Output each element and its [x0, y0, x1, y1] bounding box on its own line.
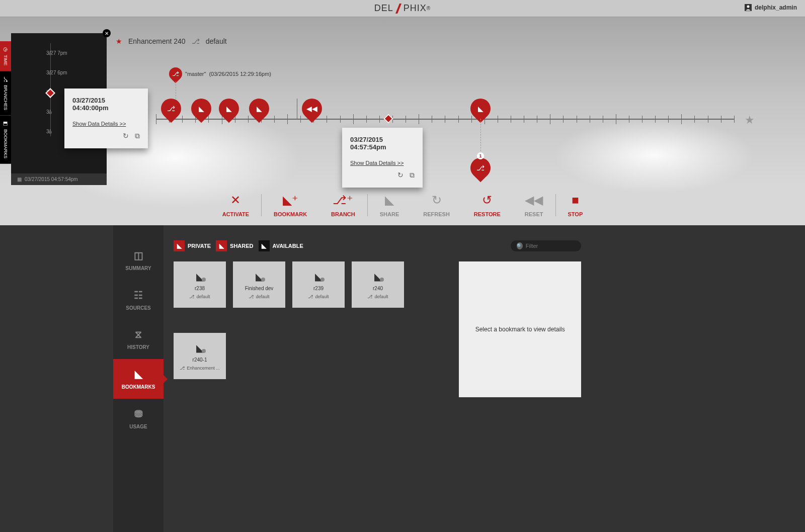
sidebar-item-sources[interactable]: ☷ SOURCES — [113, 280, 164, 320]
brand-right: PHIX — [404, 3, 427, 14]
reset-button[interactable]: ◀◀ RESET — [513, 193, 555, 217]
cloud-decoration — [553, 118, 755, 193]
action-label: RESTORE — [474, 211, 501, 217]
branch-icon: ⎇ — [308, 294, 313, 299]
filter-label: SHARED — [230, 243, 253, 249]
bookmark-branch: ⎇default — [308, 294, 329, 299]
branch-origin-name: "master" — [185, 71, 206, 77]
action-label: REFRESH — [423, 211, 450, 217]
timeline-area: ◷ TIME ⎇ BRANCHES ◧ BOOKMARKS ✕ 3/27 7pm… — [0, 17, 805, 185]
bookmark-card[interactable]: ◣ r240 ⎇default — [352, 261, 404, 308]
sidebar-item-label: USAGE — [129, 424, 147, 429]
selected-time: 03/27/2015 04:57:54pm — [25, 176, 78, 182]
bookmark-icon: ◣ — [257, 105, 262, 113]
refresh-icon[interactable]: ↻ — [123, 132, 129, 140]
side-tabs: ◷ TIME ⎇ BRANCHES ◧ BOOKMARKS — [0, 41, 11, 164]
bookmark-icon: ◣ — [256, 271, 263, 283]
filter-search[interactable]: 🔍 — [511, 240, 581, 251]
branch-icon: ⎇ — [189, 294, 194, 299]
action-label: ACTIVATE — [222, 211, 249, 217]
sidebar-item-summary[interactable]: ◫ SUMMARY — [113, 240, 164, 280]
hourglass-icon: ⧖ — [135, 329, 142, 340]
side-tab-bookmarks[interactable]: ◧ BOOKMARKS — [0, 116, 11, 164]
bookmark-add-icon[interactable]: ⧉ — [410, 171, 415, 180]
side-tab-label: BOOKMARKS — [3, 129, 8, 158]
bookmark-add-icon[interactable]: ⧉ — [135, 132, 140, 140]
bookmark-add-icon: ◣⁺ — [283, 193, 298, 207]
bookmark-branch: ⎇default — [249, 294, 269, 299]
bookmark-name: r240 — [373, 286, 383, 291]
refresh-icon: ↻ — [432, 193, 442, 207]
bookmark-icon: ◣ — [259, 240, 270, 251]
time-popup-1: 03/27/2015 04:40:00pm Show Data Details … — [64, 88, 148, 148]
bookmark-icon: ◣ — [478, 105, 484, 113]
count-badge: 1 — [477, 152, 484, 159]
brand-logo: DEL PHIX ® — [374, 3, 431, 15]
branch-title: Enhancement 240 — [128, 37, 186, 45]
branch-origin-label: ⎇ "master" (03/26/2015 12:29:16pm) — [169, 67, 271, 80]
action-label: BRANCH — [331, 211, 355, 217]
logo-slash-icon — [394, 3, 403, 15]
user-icon — [745, 4, 752, 11]
bookmark-icon: ◧ — [3, 121, 9, 126]
filter-shared[interactable]: ◣ SHARED — [216, 240, 253, 251]
filter-private[interactable]: ◣ PRIVATE — [174, 240, 211, 251]
action-label: STOP — [568, 211, 583, 217]
activate-button[interactable]: ✕ ACTIVATE — [210, 193, 261, 217]
details-link[interactable]: Show Data Details >> — [72, 121, 140, 127]
filter-input[interactable] — [526, 243, 575, 249]
bookmark-grid: ◣ r238 ⎇default ◣ Finished dev ⎇default … — [174, 261, 444, 397]
brand-left: DEL — [374, 3, 393, 14]
restore-button[interactable]: ↺ RESTORE — [462, 193, 513, 217]
bookmark-icon: ◣ — [374, 271, 382, 283]
bookmark-icon: ◣ — [216, 240, 227, 251]
share-button[interactable]: ◣ SHARE — [368, 193, 412, 217]
bookmark-name: Finished dev — [245, 286, 274, 291]
timeline[interactable]: ⎇ ◣ ◣ ◣ ◀◀ ◣ ⎇1 ★ — [156, 119, 735, 120]
filter-available[interactable]: ◣ AVAILABLE — [259, 240, 303, 251]
bookmark-icon: ◣ — [226, 105, 232, 113]
branch-icon: ⎇ — [167, 105, 175, 113]
bookmark-card[interactable]: ◣ r240-1 ⎇Enhancement ... — [174, 333, 226, 379]
header: DEL PHIX ® delphix_admin — [0, 0, 805, 17]
side-tab-time[interactable]: ◷ TIME — [0, 41, 11, 71]
bookmark-icon: ◣ — [174, 240, 185, 251]
stop-icon: ■ — [572, 193, 579, 207]
bookmark-name: r238 — [195, 286, 205, 291]
time-panel-footer: ▦ 03/27/2015 04:57:54pm — [11, 173, 107, 185]
branch-button[interactable]: ⎇⁺ BRANCH — [319, 193, 367, 217]
bookmark-branch: ⎇Enhancement ... — [180, 366, 220, 371]
star-icon: ★ — [116, 37, 122, 45]
user-info[interactable]: delphix_admin — [745, 4, 797, 11]
shuffle-icon: ✕ — [230, 193, 240, 207]
branch-icon: ⎇ — [367, 294, 372, 299]
branch-origin-time: (03/26/2015 12:29:16pm) — [209, 71, 271, 77]
share-icon: ◣ — [385, 193, 394, 207]
sidebar-item-label: SUMMARY — [125, 265, 151, 271]
bookmark-card[interactable]: ◣ r239 ⎇default — [292, 261, 345, 308]
bookmark-button[interactable]: ◣⁺ BOOKMARK — [262, 193, 319, 217]
sidebar-item-bookmarks[interactable]: ◣ BOOKMARKS — [113, 359, 164, 399]
sidebar-item-history[interactable]: ⧖ HISTORY — [113, 320, 164, 359]
bookmark-icon: ◣ — [199, 105, 204, 113]
timeline-marker-branch-below[interactable]: ⎇1 — [466, 154, 495, 183]
svg-point-1 — [747, 6, 749, 8]
bookmark-branch: ⎇default — [189, 294, 210, 299]
stop-button[interactable]: ■ STOP — [556, 193, 595, 217]
timeline-star-icon[interactable]: ★ — [745, 114, 755, 127]
refresh-icon[interactable]: ↻ — [397, 171, 404, 180]
bookmark-icon: ◣ — [196, 271, 204, 283]
details-link[interactable]: Show Data Details >> — [350, 160, 415, 166]
sidebar-item-usage[interactable]: ⛃ USAGE — [113, 399, 164, 438]
time-item[interactable]: 3/27 7pm — [46, 43, 107, 63]
time-item[interactable]: 3/27 6pm — [46, 63, 107, 82]
bookmark-name: r239 — [313, 286, 324, 291]
side-tab-branches[interactable]: ⎇ BRANCHES — [0, 71, 11, 116]
filter-row: ◣ PRIVATE ◣ SHARED ◣ AVAILABLE 🔍 — [174, 240, 581, 251]
refresh-button[interactable]: ↻ REFRESH — [411, 193, 462, 217]
registered-icon: ® — [427, 6, 431, 11]
rewind-icon: ◀◀ — [306, 105, 317, 113]
bookmark-card[interactable]: ◣ r238 ⎇default — [174, 261, 226, 308]
action-label: SHARE — [380, 211, 399, 217]
bookmark-card[interactable]: ◣ Finished dev ⎇default — [233, 261, 285, 308]
